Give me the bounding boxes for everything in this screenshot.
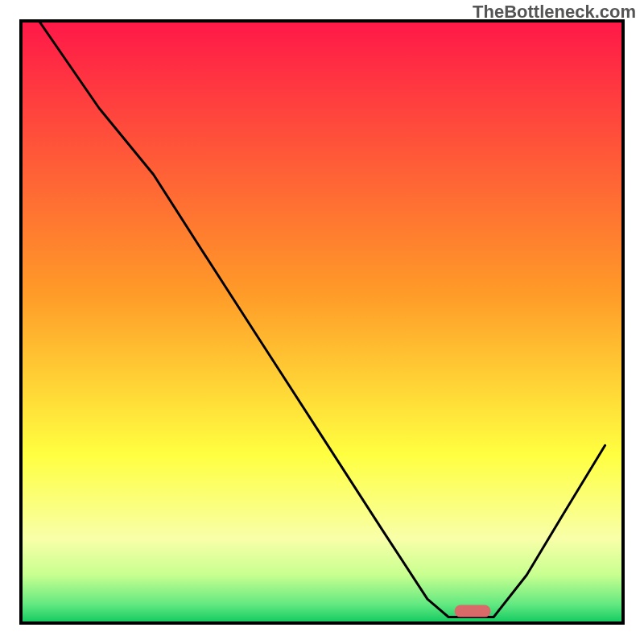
gradient-background: [21, 21, 623, 623]
bottleneck-chart: [0, 0, 644, 644]
watermark-text: TheBottleneck.com: [473, 2, 636, 23]
chart-container: { "watermark": "TheBottleneck.com", "cha…: [0, 0, 644, 644]
optimum-marker: [455, 605, 491, 617]
